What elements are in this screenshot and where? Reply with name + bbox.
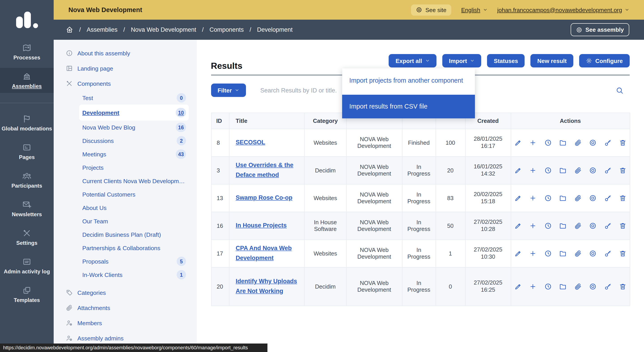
add-icon[interactable] bbox=[529, 249, 537, 257]
folder-icon[interactable] bbox=[559, 194, 567, 202]
folder-icon[interactable] bbox=[559, 167, 567, 174]
preview-icon[interactable] bbox=[589, 167, 596, 174]
sidebar-item-decidim-business-plan-draft[interactable]: Decidim Business Plan (Draft) bbox=[54, 228, 197, 241]
attachment-icon[interactable] bbox=[574, 139, 582, 146]
key-icon[interactable] bbox=[604, 222, 612, 229]
folder-icon[interactable] bbox=[559, 283, 567, 290]
menu-item-import-projects-from-another-component[interactable]: Import projects from another component bbox=[342, 68, 475, 94]
preview-icon[interactable] bbox=[589, 139, 596, 146]
breadcrumb-item-development[interactable]: Development bbox=[257, 26, 292, 33]
attachment-icon[interactable] bbox=[574, 167, 582, 174]
key-icon[interactable] bbox=[604, 139, 612, 146]
preview-icon[interactable] bbox=[589, 283, 596, 290]
add-icon[interactable] bbox=[529, 167, 537, 174]
sidebar-item-projects[interactable]: Projects bbox=[54, 161, 197, 174]
delete-icon[interactable] bbox=[619, 249, 626, 257]
delete-icon[interactable] bbox=[619, 167, 626, 174]
attachment-icon[interactable] bbox=[574, 249, 582, 257]
folder-icon[interactable] bbox=[559, 139, 567, 146]
edit-icon[interactable] bbox=[514, 139, 522, 146]
search-icon[interactable] bbox=[616, 87, 624, 94]
sidebar-item-meetings[interactable]: Meetings43 bbox=[54, 147, 197, 161]
preview-icon[interactable] bbox=[589, 194, 596, 202]
sidebar-item-members[interactable]: Members bbox=[54, 315, 197, 331]
sidebar-item-participants[interactable]: Participants bbox=[0, 168, 54, 192]
clock-icon[interactable] bbox=[544, 283, 552, 290]
clock-icon[interactable] bbox=[544, 167, 552, 174]
clock-icon[interactable] bbox=[544, 249, 552, 257]
add-icon[interactable] bbox=[529, 283, 537, 290]
result-title-link[interactable]: SECOSOL bbox=[236, 139, 265, 146]
attachment-icon[interactable] bbox=[574, 194, 582, 202]
sidebar-item-about-this-assembly[interactable]: About this assembly bbox=[54, 46, 197, 61]
see-site-button[interactable]: See site bbox=[411, 4, 451, 15]
user-menu[interactable]: johan.francocampos@novawebdevelopment.or… bbox=[497, 6, 629, 13]
breadcrumb-item-assemblies[interactable]: Assemblies bbox=[87, 26, 118, 33]
sidebar-item-global-moderations[interactable]: Global moderations bbox=[0, 110, 54, 135]
delete-icon[interactable] bbox=[619, 222, 626, 229]
edit-icon[interactable] bbox=[514, 283, 522, 290]
edit-icon[interactable] bbox=[514, 167, 522, 174]
sidebar-item-landing-page[interactable]: Landing page bbox=[54, 61, 197, 76]
preview-icon[interactable] bbox=[589, 222, 596, 229]
sidebar-item-admin-activity-log[interactable]: Admin activity log bbox=[0, 253, 54, 278]
preview-icon[interactable] bbox=[589, 249, 596, 257]
menu-item-import-results-from-csv-file[interactable]: Import results from CSV file bbox=[342, 94, 475, 118]
sidebar-item-settings[interactable]: Settings bbox=[0, 225, 54, 250]
delete-icon[interactable] bbox=[619, 139, 626, 146]
sidebar-item-discussions[interactable]: Discussions2 bbox=[54, 134, 197, 147]
key-icon[interactable] bbox=[604, 194, 612, 202]
sidebar-item-pages[interactable]: Pages bbox=[0, 139, 54, 164]
sidebar-item-categories[interactable]: Categories bbox=[54, 285, 197, 300]
sidebar-item-processes[interactable]: Processes bbox=[0, 39, 54, 64]
result-title-link[interactable]: In House Projects bbox=[236, 222, 287, 229]
sidebar-item-components[interactable]: Components bbox=[54, 76, 197, 91]
decidim-logo[interactable] bbox=[0, 0, 54, 39]
sidebar-item-templates[interactable]: Templates bbox=[0, 282, 54, 307]
add-icon[interactable] bbox=[529, 222, 537, 229]
import-button[interactable]: Import bbox=[442, 54, 481, 67]
sidebar-item-nova-web-dev-blog[interactable]: Nova Web Dev Blog16 bbox=[54, 121, 197, 134]
export-all-button[interactable]: Export all bbox=[389, 54, 436, 67]
result-title-link[interactable]: Use Overrides & the Deface method bbox=[236, 162, 294, 178]
attachment-icon[interactable] bbox=[574, 283, 582, 290]
add-icon[interactable] bbox=[529, 139, 537, 146]
home-icon[interactable] bbox=[66, 26, 73, 33]
sidebar-item-in-work-clients[interactable]: In-Work Clients1 bbox=[54, 268, 197, 281]
sidebar-item-about-us[interactable]: About Us bbox=[54, 201, 197, 214]
edit-icon[interactable] bbox=[514, 194, 522, 202]
key-icon[interactable] bbox=[604, 167, 612, 174]
sidebar-item-test[interactable]: Test0 bbox=[54, 91, 197, 105]
breadcrumb-item-nova-web-development[interactable]: Nova Web Development bbox=[131, 26, 196, 33]
sidebar-item-partnerships-collaborations[interactable]: Partnerships & Collaborations bbox=[54, 241, 197, 255]
delete-icon[interactable] bbox=[619, 194, 626, 202]
sidebar-item-newsletters[interactable]: Newsletters bbox=[0, 196, 54, 221]
configure-button[interactable]: Configure bbox=[579, 54, 630, 67]
clock-icon[interactable] bbox=[544, 139, 552, 146]
see-assembly-button[interactable]: See assembly bbox=[571, 23, 629, 36]
result-title-link[interactable]: Swamp Rose Co-op bbox=[236, 194, 292, 201]
sidebar-item-attachments[interactable]: Attachments bbox=[54, 300, 197, 315]
folder-icon[interactable] bbox=[559, 249, 567, 257]
result-title-link[interactable]: Identify Why Uploads Are Not Working bbox=[236, 278, 297, 294]
edit-icon[interactable] bbox=[514, 222, 522, 229]
new-result-button[interactable]: New result bbox=[531, 54, 574, 67]
sidebar-item-our-team[interactable]: Our Team bbox=[54, 214, 197, 228]
sidebar-item-proposals[interactable]: Proposals5 bbox=[54, 255, 197, 268]
key-icon[interactable] bbox=[604, 283, 612, 290]
key-icon[interactable] bbox=[604, 249, 612, 257]
sidebar-item-assemblies[interactable]: Assemblies bbox=[0, 68, 54, 93]
filter-button[interactable]: Filter bbox=[211, 84, 246, 97]
sidebar-item-current-clients-nova-web-development[interactable]: Current Clients Nova Web Development bbox=[54, 174, 197, 188]
result-title-link[interactable]: CPA And Nova Web Development bbox=[236, 245, 292, 261]
sidebar-item-development[interactable]: Development10 bbox=[79, 105, 189, 121]
clock-icon[interactable] bbox=[544, 194, 552, 202]
edit-icon[interactable] bbox=[514, 249, 522, 257]
breadcrumb-item-components[interactable]: Components bbox=[210, 26, 244, 33]
delete-icon[interactable] bbox=[619, 283, 626, 290]
sidebar-item-potential-customers[interactable]: Potential Customers bbox=[54, 188, 197, 201]
folder-icon[interactable] bbox=[559, 222, 567, 229]
language-selector[interactable]: English bbox=[461, 6, 487, 13]
attachment-icon[interactable] bbox=[574, 222, 582, 229]
clock-icon[interactable] bbox=[544, 222, 552, 229]
